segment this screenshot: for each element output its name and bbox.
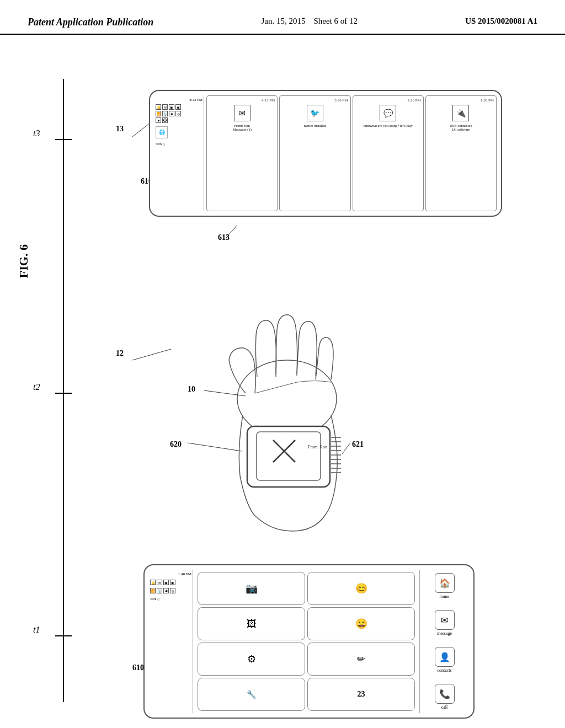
twitter-icon: 🐦 bbox=[307, 105, 323, 121]
box-icon1: ▣ bbox=[169, 104, 174, 110]
home-nfc: ◎ bbox=[170, 588, 175, 593]
app-gallery[interactable]: 🖼 bbox=[198, 607, 305, 640]
label-10: 10 bbox=[188, 385, 195, 394]
svg-line-25 bbox=[342, 443, 350, 454]
label-610-bottom: 610 bbox=[132, 663, 144, 672]
home-box2: ▣ bbox=[170, 580, 175, 585]
label-12: 12 bbox=[116, 349, 124, 358]
home-alarm-icon: 🔔 bbox=[150, 580, 156, 585]
bt-icon: ✱ bbox=[169, 111, 174, 116]
home-signal: 📶 bbox=[150, 588, 156, 593]
home-wifi-sym: ⟹ bbox=[150, 597, 156, 602]
svg-rect-6 bbox=[257, 432, 321, 480]
app-notes[interactable]: ✏ bbox=[307, 643, 415, 676]
app-23[interactable]: 23 bbox=[307, 678, 415, 711]
messages-icon: ✉ bbox=[234, 105, 250, 121]
signal-icon: 📶 bbox=[156, 111, 161, 116]
phone-bottom-side-button[interactable] bbox=[473, 597, 475, 625]
dock-call-label: call bbox=[441, 705, 448, 710]
dock-message-label: message bbox=[437, 631, 452, 636]
home-wifi-txt: ○ bbox=[157, 597, 159, 602]
status-icons: 🔔 ✉ ▣ ▣ bbox=[156, 104, 202, 110]
dock-contacts-icon[interactable]: 👤 bbox=[435, 647, 455, 667]
svg-line-22 bbox=[132, 349, 171, 360]
app-camera[interactable]: 📷 bbox=[198, 572, 305, 605]
app-emoji2[interactable]: 😀 bbox=[307, 607, 415, 640]
alarm-icon: 🔔 bbox=[156, 104, 161, 110]
wifi-text: ○ bbox=[163, 142, 165, 147]
dock-home-label: home bbox=[440, 594, 450, 599]
dock-contacts-label: contacts bbox=[437, 668, 451, 673]
phone-bottom-device: 1:48 PM 🔔 ✉ ▣ ▣ 📶 📡 ✱ ◎ ⟹ ○ bbox=[143, 564, 475, 719]
box-icon2: ▣ bbox=[175, 104, 181, 110]
line-icon: 💬 bbox=[380, 105, 396, 121]
status-icons2: 📶 📡 ✱ ◎ bbox=[156, 111, 202, 116]
svg-line-8 bbox=[273, 440, 295, 462]
svg-line-24 bbox=[188, 443, 242, 451]
phone-top-inner: 4:13 PM 🔔 ✉ ▣ ▣ 📶 📡 ✱ ◎ ✦ ⚙ bbox=[150, 91, 501, 216]
label-621: 621 bbox=[352, 440, 364, 449]
dock-message-icon[interactable]: ✉ bbox=[435, 610, 455, 630]
notif-card-usb: 1:30 PM 🔌 USB connectedLG software bbox=[425, 95, 497, 211]
publication-number: US 2015/0020081 A1 bbox=[465, 17, 537, 26]
notif-card-line: 2:20 PM 💬 tom:what are you doing? let's … bbox=[353, 95, 424, 211]
t1-label: t1 bbox=[33, 625, 40, 635]
t3-label: t3 bbox=[33, 129, 40, 138]
home-time: 1:48 PM bbox=[150, 572, 191, 576]
phone-bottom-inner: 1:48 PM 🔔 ✉ ▣ ▣ 📶 📡 ✱ ◎ ⟹ ○ bbox=[145, 565, 473, 718]
dock-message[interactable]: ✉ message bbox=[422, 610, 467, 636]
home-box1: ▣ bbox=[163, 580, 169, 585]
nfc-icon: ◎ bbox=[175, 111, 181, 116]
t2-label: t2 bbox=[33, 382, 40, 392]
label-13: 13 bbox=[116, 125, 124, 133]
svg-rect-5 bbox=[247, 426, 330, 487]
svg-line-7 bbox=[273, 440, 295, 462]
svg-text:From: Ron: From: Ron bbox=[308, 445, 327, 449]
svg-point-4 bbox=[237, 360, 337, 437]
home-status-bar: 1:48 PM 🔔 ✉ ▣ ▣ 📶 📡 ✱ ◎ ⟹ ○ bbox=[149, 570, 193, 713]
dock-home-icon[interactable]: 🏠 bbox=[435, 573, 455, 593]
home-wifi: 📡 bbox=[157, 588, 162, 593]
app-emoji1[interactable]: 😊 bbox=[307, 572, 415, 605]
app-grid: 📷 😊 🖼 😀 ⚙ ✏ 🔧 23 bbox=[195, 570, 417, 713]
status-panel: 4:13 PM 🔔 ✉ ▣ ▣ 📶 📡 ✱ ◎ ✦ ⚙ bbox=[154, 95, 204, 211]
phone-top-device: 4:13 PM 🔔 ✉ ▣ ▣ 📶 📡 ✱ ◎ ✦ ⚙ bbox=[149, 90, 502, 217]
status-time: 4:13 PM bbox=[156, 98, 202, 102]
app-settings[interactable]: ⚙ bbox=[198, 643, 305, 676]
star-icon: ✦ bbox=[156, 117, 161, 123]
phone-side-button[interactable] bbox=[501, 142, 502, 164]
home-msg-icon: ✉ bbox=[157, 580, 162, 585]
home-status-icons1: 🔔 ✉ ▣ ▣ bbox=[150, 580, 191, 585]
globe-icon: 🌐 bbox=[156, 126, 168, 138]
dock-call[interactable]: 📞 call bbox=[422, 684, 467, 710]
label-620: 620 bbox=[170, 440, 182, 449]
publication-date: Jan. 15, 2015 Sheet 6 of 12 bbox=[261, 17, 358, 26]
publication-title: Patent Application Publication bbox=[28, 17, 153, 28]
page-header: Patent Application Publication Jan. 15, … bbox=[0, 0, 565, 35]
wifi-icon: 📡 bbox=[162, 111, 168, 116]
notif-card-messages: 4:13 PM ✉ From: RonMessages (1) bbox=[206, 95, 278, 211]
dock-contacts[interactable]: 👤 contacts bbox=[422, 647, 467, 673]
main-content: From: Ron FIG. 6 t3 t2 t1 13 610 613 12 bbox=[0, 35, 565, 713]
figure-label: FIG. 6 bbox=[17, 244, 31, 278]
notification-cards: 4:13 PM ✉ From: RonMessages (1) 3:20 PM … bbox=[206, 95, 497, 211]
app-dock: 🏠 home ✉ message 👤 contacts 📞 call bbox=[419, 570, 469, 713]
dock-call-icon[interactable]: 📞 bbox=[435, 684, 455, 704]
notif-card-twitter: 3:20 PM 🐦 twitter installed bbox=[279, 95, 350, 211]
svg-line-23 bbox=[204, 390, 246, 396]
app-tools[interactable]: 🔧 bbox=[198, 678, 305, 711]
settings-icon: ⚙ bbox=[162, 117, 168, 123]
home-status-icons2: 📶 📡 ✱ ◎ bbox=[150, 588, 191, 593]
usb-icon: 🔌 bbox=[452, 105, 469, 121]
msg-icon: ✉ bbox=[162, 104, 168, 110]
status-icons3: ✦ ⚙ bbox=[156, 117, 202, 123]
dock-home[interactable]: 🏠 home bbox=[422, 573, 467, 599]
label-613: 613 bbox=[218, 233, 230, 242]
wifi-symbol: ⟹ bbox=[156, 142, 162, 147]
home-bt: ✱ bbox=[163, 588, 169, 593]
